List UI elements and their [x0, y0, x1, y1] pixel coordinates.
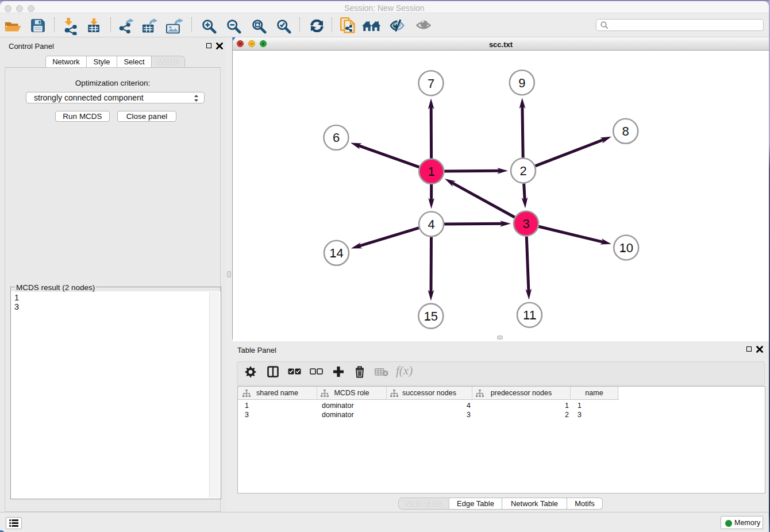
svg-text:4: 4 — [428, 217, 434, 232]
svg-text:8: 8 — [622, 124, 629, 138]
svg-text:15: 15 — [424, 309, 438, 323]
svg-text:14: 14 — [329, 246, 343, 260]
svg-text:1: 1 — [428, 164, 435, 179]
svg-text:3: 3 — [522, 217, 529, 231]
svg-text:2: 2 — [519, 164, 526, 178]
svg-text:11: 11 — [523, 308, 536, 322]
svg-text:7: 7 — [428, 76, 434, 91]
svg-text:9: 9 — [518, 76, 525, 90]
svg-text:10: 10 — [619, 241, 633, 255]
svg-text:6: 6 — [333, 130, 340, 145]
